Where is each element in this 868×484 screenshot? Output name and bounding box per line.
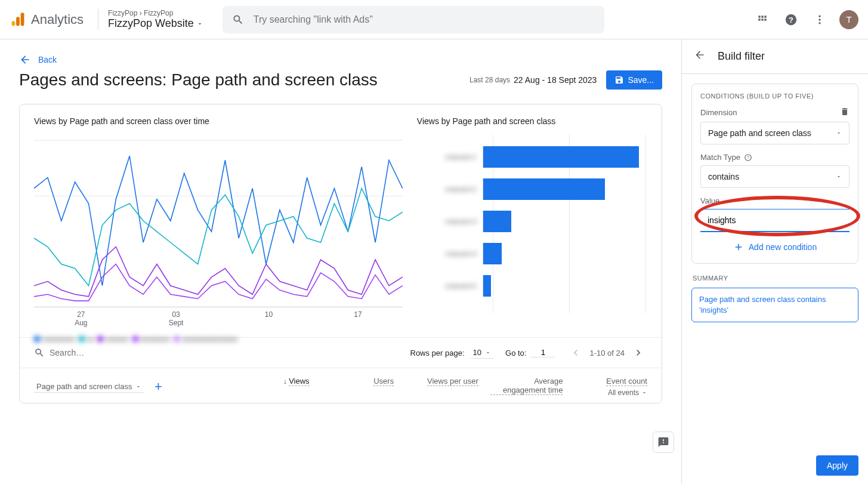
more-vert-icon[interactable] — [811, 11, 829, 29]
date-range-picker[interactable]: Last 28 days 22 Aug - 18 Sept 2023 — [469, 75, 597, 85]
bar-chart-title: Views by Page path and screen class — [417, 116, 647, 126]
apps-icon[interactable] — [753, 11, 771, 29]
caret-down-icon — [196, 20, 203, 27]
back-link[interactable]: Back — [19, 54, 57, 66]
dimension-select[interactable]: Page path and screen class — [700, 122, 850, 144]
goto-label: Go to: — [505, 349, 526, 357]
event-count-filter[interactable]: All events — [574, 389, 647, 397]
panel-title: Build filter — [718, 50, 765, 63]
arrow-left-icon — [694, 49, 706, 61]
dimension-label: Dimension — [700, 108, 737, 117]
analytics-logo-icon — [10, 11, 26, 28]
panel-back-button[interactable] — [694, 49, 706, 64]
search-input[interactable] — [254, 14, 595, 25]
goto-input[interactable] — [531, 348, 555, 357]
bar-row: redacted-5 — [417, 275, 647, 297]
value-input[interactable] — [700, 209, 850, 232]
value-label: Value — [700, 196, 719, 205]
rows-per-page-select[interactable]: 10 — [471, 347, 493, 359]
help-icon[interactable]: ? — [782, 11, 800, 29]
dimension-selector[interactable]: Page path and screen class — [34, 381, 144, 393]
plus-icon — [733, 242, 744, 252]
summary-chip[interactable]: Page path and screen class contains 'ins… — [691, 288, 858, 322]
column-views-per-user[interactable]: Views per user — [406, 377, 478, 397]
search-icon — [232, 14, 244, 26]
svg-rect-0 — [12, 21, 16, 26]
svg-rect-2 — [21, 13, 24, 26]
caret-down-icon — [135, 384, 141, 390]
svg-point-6 — [818, 19, 820, 20]
bar-row: redacted-4 — [417, 243, 647, 264]
trash-icon — [840, 107, 850, 116]
apply-button[interactable]: Apply — [816, 455, 858, 476]
line-chart-title: Views by Page path and screen class over… — [34, 116, 403, 126]
add-dimension-button[interactable]: + — [150, 378, 166, 395]
arrow-left-icon — [19, 54, 31, 66]
next-page-button[interactable] — [629, 344, 647, 362]
match-type-select[interactable]: contains — [700, 165, 850, 188]
bar-row: redacted-1 — [417, 146, 647, 168]
caret-down-icon — [485, 350, 491, 356]
help-icon[interactable]: ? — [744, 153, 752, 162]
column-avg-engagement[interactable]: Average engagement time — [490, 377, 563, 397]
column-event-count[interactable]: Event count All events — [574, 377, 647, 397]
svg-text:?: ? — [747, 155, 749, 159]
line-chart — [34, 134, 403, 307]
search-box[interactable] — [223, 6, 604, 33]
rows-per-page-label: Rows per page: — [410, 349, 465, 357]
delete-condition-button[interactable] — [840, 107, 850, 118]
caret-down-icon — [836, 174, 842, 180]
save-icon — [614, 75, 624, 85]
save-button[interactable]: Save... — [606, 70, 662, 90]
breadcrumb[interactable]: FizzyPop › FizzyPop — [108, 9, 203, 17]
column-views[interactable]: ↓Views — [237, 377, 310, 397]
feedback-icon — [657, 436, 669, 448]
app-name: Analytics — [31, 12, 84, 27]
conditions-title: Conditions (build up to five) — [700, 93, 850, 100]
summary-label: Summary — [693, 275, 857, 282]
bar-chart: redacted-1redacted-2redacted-3redacted-4… — [417, 134, 647, 307]
svg-point-5 — [818, 15, 820, 17]
line-chart-legend: xxxxxxxxxx xx xxxxxxx xxxxxxxxx xxxxxxxx… — [34, 335, 403, 343]
add-condition-button[interactable]: Add new condition — [700, 236, 850, 252]
avatar[interactable]: T — [839, 10, 858, 29]
page-title: Pages and screens: Page path and screen … — [19, 70, 378, 90]
feedback-button[interactable] — [653, 431, 674, 453]
caret-down-icon — [836, 130, 842, 136]
search-icon — [34, 347, 45, 358]
caret-down-icon — [641, 390, 647, 396]
pager-text: 1-10 of 24 — [589, 349, 625, 357]
svg-point-7 — [818, 22, 820, 24]
svg-rect-1 — [16, 17, 20, 26]
column-users[interactable]: Users — [322, 377, 394, 397]
bar-row: redacted-3 — [417, 211, 647, 232]
prev-page-button[interactable] — [567, 344, 585, 362]
table-search-input[interactable] — [50, 348, 154, 357]
svg-text:?: ? — [789, 15, 793, 24]
match-type-label: Match Type — [700, 153, 740, 162]
bar-row: redacted-2 — [417, 178, 647, 200]
property-selector[interactable]: FizzyPop Website — [108, 17, 203, 30]
